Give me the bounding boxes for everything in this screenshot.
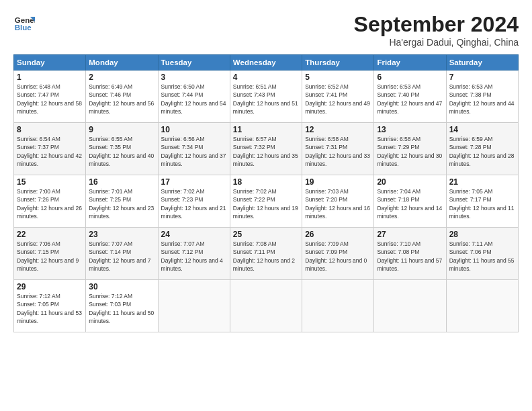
day-cell-8: 8Sunrise: 6:54 AMSunset: 7:37 PMDaylight… bbox=[14, 123, 86, 175]
day-info: Sunrise: 6:51 AMSunset: 7:43 PMDaylight:… bbox=[233, 83, 299, 116]
day-number: 20 bbox=[377, 177, 443, 187]
day-number: 5 bbox=[305, 73, 371, 82]
day-cell-30: 30Sunrise: 7:12 AMSunset: 7:03 PMDayligh… bbox=[86, 280, 158, 332]
location: Ha'ergai Dadui, Qinghai, China bbox=[354, 37, 519, 48]
day-info: Sunrise: 7:11 AMSunset: 7:06 PMDaylight:… bbox=[449, 240, 515, 273]
empty-cell bbox=[302, 280, 374, 332]
day-info: Sunrise: 6:55 AMSunset: 7:35 PMDaylight:… bbox=[89, 135, 154, 168]
day-cell-9: 9Sunrise: 6:55 AMSunset: 7:35 PMDaylight… bbox=[86, 123, 158, 175]
day-info: Sunrise: 7:04 AMSunset: 7:18 PMDaylight:… bbox=[377, 187, 443, 220]
day-info: Sunrise: 7:07 AMSunset: 7:12 PMDaylight:… bbox=[161, 240, 227, 273]
day-number: 17 bbox=[161, 177, 227, 187]
day-info: Sunrise: 6:53 AMSunset: 7:40 PMDaylight:… bbox=[377, 83, 443, 116]
day-info: Sunrise: 7:08 AMSunset: 7:11 PMDaylight:… bbox=[233, 240, 299, 273]
week-row-3: 15Sunrise: 7:00 AMSunset: 7:26 PMDayligh… bbox=[14, 175, 519, 228]
empty-cell bbox=[446, 280, 518, 332]
day-cell-12: 12Sunrise: 6:58 AMSunset: 7:31 PMDayligh… bbox=[302, 123, 374, 175]
weekday-header-tuesday: Tuesday bbox=[158, 55, 230, 71]
day-number: 4 bbox=[233, 73, 299, 82]
day-number: 3 bbox=[161, 73, 227, 82]
weekday-header-monday: Monday bbox=[86, 55, 158, 71]
day-number: 18 bbox=[233, 177, 299, 187]
day-info: Sunrise: 6:50 AMSunset: 7:44 PMDaylight:… bbox=[161, 83, 227, 116]
day-cell-5: 5Sunrise: 6:52 AMSunset: 7:41 PMDaylight… bbox=[302, 71, 374, 123]
weekday-header-thursday: Thursday bbox=[302, 55, 374, 71]
day-number: 22 bbox=[17, 230, 83, 239]
day-info: Sunrise: 6:52 AMSunset: 7:41 PMDaylight:… bbox=[305, 83, 371, 116]
empty-cell bbox=[158, 280, 230, 332]
empty-cell bbox=[230, 280, 302, 332]
day-number: 2 bbox=[89, 73, 154, 82]
day-number: 26 bbox=[305, 230, 371, 239]
page: General Blue September 2024 Ha'ergai Dad… bbox=[0, 0, 532, 411]
day-number: 24 bbox=[161, 230, 227, 239]
day-info: Sunrise: 6:59 AMSunset: 7:28 PMDaylight:… bbox=[449, 135, 515, 168]
day-cell-24: 24Sunrise: 7:07 AMSunset: 7:12 PMDayligh… bbox=[158, 228, 230, 280]
day-cell-1: 1Sunrise: 6:48 AMSunset: 7:47 PMDaylight… bbox=[14, 71, 86, 123]
day-number: 23 bbox=[89, 230, 154, 239]
day-info: Sunrise: 7:02 AMSunset: 7:23 PMDaylight:… bbox=[161, 187, 227, 220]
empty-cell bbox=[374, 280, 446, 332]
day-cell-16: 16Sunrise: 7:01 AMSunset: 7:25 PMDayligh… bbox=[86, 175, 158, 228]
day-number: 10 bbox=[161, 125, 227, 134]
day-cell-13: 13Sunrise: 6:58 AMSunset: 7:29 PMDayligh… bbox=[374, 123, 446, 175]
day-cell-10: 10Sunrise: 6:56 AMSunset: 7:34 PMDayligh… bbox=[158, 123, 230, 175]
day-cell-11: 11Sunrise: 6:57 AMSunset: 7:32 PMDayligh… bbox=[230, 123, 302, 175]
day-info: Sunrise: 6:53 AMSunset: 7:38 PMDaylight:… bbox=[449, 83, 515, 116]
weekday-header-sunday: Sunday bbox=[14, 55, 86, 71]
day-info: Sunrise: 7:09 AMSunset: 7:09 PMDaylight:… bbox=[305, 240, 371, 273]
day-info: Sunrise: 7:06 AMSunset: 7:15 PMDaylight:… bbox=[17, 240, 83, 273]
day-info: Sunrise: 6:54 AMSunset: 7:37 PMDaylight:… bbox=[17, 135, 83, 168]
logo: General Blue bbox=[13, 12, 35, 34]
day-number: 7 bbox=[449, 73, 515, 82]
day-cell-25: 25Sunrise: 7:08 AMSunset: 7:11 PMDayligh… bbox=[230, 228, 302, 280]
day-cell-7: 7Sunrise: 6:53 AMSunset: 7:38 PMDaylight… bbox=[446, 71, 518, 123]
day-number: 25 bbox=[233, 230, 299, 239]
day-number: 16 bbox=[89, 177, 154, 187]
day-cell-17: 17Sunrise: 7:02 AMSunset: 7:23 PMDayligh… bbox=[158, 175, 230, 228]
day-cell-27: 27Sunrise: 7:10 AMSunset: 7:08 PMDayligh… bbox=[374, 228, 446, 280]
day-info: Sunrise: 7:07 AMSunset: 7:14 PMDaylight:… bbox=[89, 240, 154, 273]
day-cell-20: 20Sunrise: 7:04 AMSunset: 7:18 PMDayligh… bbox=[374, 175, 446, 228]
day-info: Sunrise: 7:12 AMSunset: 7:05 PMDaylight:… bbox=[17, 292, 83, 325]
calendar: SundayMondayTuesdayWednesdayThursdayFrid… bbox=[13, 54, 519, 332]
day-cell-6: 6Sunrise: 6:53 AMSunset: 7:40 PMDaylight… bbox=[374, 71, 446, 123]
title-block: September 2024 Ha'ergai Dadui, Qinghai, … bbox=[354, 12, 519, 48]
weekday-header-wednesday: Wednesday bbox=[230, 55, 302, 71]
day-cell-19: 19Sunrise: 7:03 AMSunset: 7:20 PMDayligh… bbox=[302, 175, 374, 228]
day-number: 11 bbox=[233, 125, 299, 134]
day-number: 21 bbox=[449, 177, 515, 187]
week-row-1: 1Sunrise: 6:48 AMSunset: 7:47 PMDaylight… bbox=[14, 71, 519, 123]
week-row-4: 22Sunrise: 7:06 AMSunset: 7:15 PMDayligh… bbox=[14, 228, 519, 280]
day-info: Sunrise: 7:02 AMSunset: 7:22 PMDaylight:… bbox=[233, 187, 299, 220]
day-cell-29: 29Sunrise: 7:12 AMSunset: 7:05 PMDayligh… bbox=[14, 280, 86, 332]
day-number: 6 bbox=[377, 73, 443, 82]
logo-icon: General Blue bbox=[13, 12, 35, 34]
day-number: 15 bbox=[17, 177, 83, 187]
day-number: 9 bbox=[89, 125, 154, 134]
day-info: Sunrise: 7:03 AMSunset: 7:20 PMDaylight:… bbox=[305, 187, 371, 220]
day-cell-22: 22Sunrise: 7:06 AMSunset: 7:15 PMDayligh… bbox=[14, 228, 86, 280]
day-info: Sunrise: 6:56 AMSunset: 7:34 PMDaylight:… bbox=[161, 135, 227, 168]
weekday-header-friday: Friday bbox=[374, 55, 446, 71]
day-cell-2: 2Sunrise: 6:49 AMSunset: 7:46 PMDaylight… bbox=[86, 71, 158, 123]
day-info: Sunrise: 7:10 AMSunset: 7:08 PMDaylight:… bbox=[377, 240, 443, 273]
day-number: 29 bbox=[17, 282, 83, 291]
day-cell-14: 14Sunrise: 6:59 AMSunset: 7:28 PMDayligh… bbox=[446, 123, 518, 175]
day-number: 8 bbox=[17, 125, 83, 134]
day-info: Sunrise: 7:05 AMSunset: 7:17 PMDaylight:… bbox=[449, 187, 515, 220]
day-cell-23: 23Sunrise: 7:07 AMSunset: 7:14 PMDayligh… bbox=[86, 228, 158, 280]
day-info: Sunrise: 6:58 AMSunset: 7:29 PMDaylight:… bbox=[377, 135, 443, 168]
month-title: September 2024 bbox=[354, 12, 519, 37]
day-info: Sunrise: 6:49 AMSunset: 7:46 PMDaylight:… bbox=[89, 83, 154, 116]
day-cell-15: 15Sunrise: 7:00 AMSunset: 7:26 PMDayligh… bbox=[14, 175, 86, 228]
day-info: Sunrise: 6:57 AMSunset: 7:32 PMDaylight:… bbox=[233, 135, 299, 168]
svg-text:Blue: Blue bbox=[15, 24, 32, 32]
day-info: Sunrise: 6:58 AMSunset: 7:31 PMDaylight:… bbox=[305, 135, 371, 168]
day-number: 13 bbox=[377, 125, 443, 134]
day-number: 19 bbox=[305, 177, 371, 187]
week-row-2: 8Sunrise: 6:54 AMSunset: 7:37 PMDaylight… bbox=[14, 123, 519, 175]
header: General Blue September 2024 Ha'ergai Dad… bbox=[13, 12, 519, 48]
day-number: 1 bbox=[17, 73, 83, 82]
day-info: Sunrise: 7:01 AMSunset: 7:25 PMDaylight:… bbox=[89, 187, 154, 220]
